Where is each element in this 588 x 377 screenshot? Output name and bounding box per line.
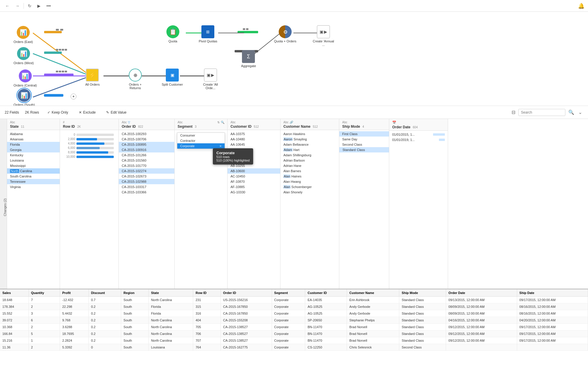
table-row[interactable]: 15.55235.44320.2SouthFlorida316CA-2015-1…: [0, 310, 588, 317]
list-item[interactable]: Adam Shillingsburg: [280, 152, 339, 158]
changes-panel[interactable]: Changes (2): [0, 119, 7, 290]
list-item[interactable]: AF-10885: [228, 184, 280, 190]
list-item[interactable]: AB-10600: [228, 168, 280, 174]
keep-only-button[interactable]: ✓ Keep Only: [45, 109, 71, 116]
forward-button[interactable]: →: [14, 2, 21, 9]
node-all-orders[interactable]: ⚡ All Orders: [85, 69, 100, 86]
list-item[interactable]: Aaron Hawkins: [280, 131, 339, 137]
node-quota[interactable]: 📋 Quota: [166, 25, 179, 43]
list-item[interactable]: CA-2015-100293: [119, 131, 174, 137]
list-item[interactable]: Florida: [7, 142, 60, 147]
list-item[interactable]: CA-2015-100706: [119, 137, 174, 142]
list-item[interactable]: CA-2015-103317: [119, 184, 174, 190]
list-item[interactable]: Tennessee: [7, 179, 60, 184]
search-button[interactable]: 🔍: [567, 108, 575, 116]
list-item[interactable]: CA-2015-102988: [119, 179, 174, 184]
list-item[interactable]: Alan Haines: [280, 174, 339, 179]
node-pivot-quotas[interactable]: ⊞ Pivot Quotas: [199, 25, 217, 43]
table-row[interactable]: 15.21612.28240.2SouthNorth Carolina707CA…: [0, 337, 588, 344]
list-item[interactable]: Louisiana: [7, 158, 60, 163]
list-item[interactable]: Alabama: [7, 131, 60, 137]
segment-corporate-item[interactable]: Corporate ✕: [177, 143, 225, 149]
node-aggregate[interactable]: Σ Aggregate: [241, 50, 256, 68]
table-cell: 15.552: [0, 310, 29, 317]
more-button[interactable]: •••: [45, 2, 53, 9]
list-item[interactable]: Mississippi: [7, 163, 60, 168]
list-item[interactable]: Alan Hwang: [280, 179, 339, 184]
table-cell: AG-10525: [305, 303, 347, 310]
list-item[interactable]: 01/01/2015, 1...: [389, 132, 448, 137]
edit-value-button[interactable]: ✎ Edit Value: [104, 109, 129, 116]
top-toolbar: ← → ↻ ▶ ••• 🔔: [0, 0, 588, 12]
list-item[interactable]: Adrian Hane: [280, 163, 339, 168]
list-item[interactable]: Adrian Bartson: [280, 158, 339, 163]
node-orders-east[interactable]: 📊 Orders (East): [14, 26, 33, 44]
table-row[interactable]: 178.384222.2980.2SouthFlorida315CA-2015-…: [0, 303, 588, 310]
table-row[interactable]: 18.6487-12.4320.7SouthNorth Carolina231U…: [0, 297, 588, 303]
play-button[interactable]: ▶: [36, 2, 42, 9]
list-item[interactable]: Same Day: [339, 137, 389, 142]
search-input[interactable]: [518, 109, 565, 116]
table-row[interactable]: 39.07269.7680.2SouthNorth Carolina404CA-…: [0, 317, 588, 324]
notification-icon[interactable]: 🔔: [578, 3, 584, 9]
back-button[interactable]: ←: [4, 2, 11, 9]
list-item[interactable]: Georgia: [7, 147, 60, 152]
list-item[interactable]: CA-2015-101266: [119, 152, 174, 158]
table-row[interactable]: 11.3625.33920SouthLouisiana764CA-2015-16…: [0, 344, 588, 351]
list-item[interactable]: Virginia: [7, 184, 60, 190]
list-item[interactable]: CA-2015-102274: [119, 168, 174, 174]
refresh-button[interactable]: ↻: [26, 2, 33, 9]
node-split-customer[interactable]: ▣ Split Customer: [162, 69, 183, 86]
list-item[interactable]: Adam Bellavance: [280, 142, 339, 147]
list-item[interactable]: CA-2015-102673: [119, 174, 174, 179]
list-item[interactable]: CA-2015-101560: [119, 158, 174, 163]
node-orders-central[interactable]: 📊 Orders (Central): [14, 69, 37, 87]
col-type: Abc: [10, 121, 57, 124]
expand-button[interactable]: +: [71, 94, 76, 99]
col-body-segment: Consumer Contractor Corporate ✕ Corporat…: [175, 130, 227, 289]
list-item[interactable]: Alan Shonely: [280, 190, 339, 195]
node-orders-west[interactable]: 📊 Orders (West): [14, 47, 34, 65]
list-item[interactable]: 01/01/2019, 1...: [389, 137, 448, 142]
list-item[interactable]: AA-10375: [228, 131, 280, 137]
list-item[interactable]: AC-10450: [228, 174, 280, 179]
list-item[interactable]: Second Class: [339, 142, 389, 147]
view-toggle-button[interactable]: ⊟: [510, 108, 517, 116]
list-item[interactable]: AA-10480: [228, 137, 280, 142]
list-item[interactable]: CA-2015-100895: [119, 142, 174, 147]
col-body-customername: Aaron Hawkins Aaron Smayling Adam Bellav…: [280, 130, 339, 289]
segment-contractor-item[interactable]: Contractor: [177, 138, 225, 143]
node-orders-returns[interactable]: ⊕ Orders + Returns: [123, 69, 147, 90]
table-row[interactable]: 10.36823.62880.2SouthNorth Carolina705CA…: [0, 324, 588, 331]
list-item[interactable]: CA-2015-100916: [119, 147, 174, 152]
exclude-button[interactable]: ✕ Exclude: [76, 109, 98, 116]
list-item[interactable]: AG-10330: [228, 190, 280, 195]
node-create-all-orders[interactable]: ▣ ▶ Create 'All Orde...: [199, 69, 222, 90]
table-cell: Second Class: [399, 344, 446, 351]
list-item[interactable]: First Class: [339, 131, 389, 137]
sort-icon[interactable]: ⇅: [217, 121, 220, 124]
list-item[interactable]: Aaron Smayling: [280, 137, 339, 142]
table-cell: South: [121, 303, 149, 310]
segment-consumer-item[interactable]: Consumer: [177, 133, 225, 138]
list-item[interactable]: North Carolina: [7, 168, 60, 174]
expand-view-button[interactable]: ⌄: [577, 108, 583, 116]
list-item[interactable]: CA-2015-101770: [119, 163, 174, 168]
node-quota-orders[interactable]: ⊙ Quota + Orders: [274, 25, 296, 43]
list-item[interactable]: Adam Hart: [280, 147, 339, 152]
list-item[interactable]: Alan Schoenberger: [280, 184, 339, 190]
list-item[interactable]: Kentucky: [7, 152, 60, 158]
table-cell: 2: [29, 303, 60, 310]
list-item[interactable]: Alan Barnes: [280, 168, 339, 174]
list-item[interactable]: Standard Class: [339, 147, 389, 152]
node-orders-south[interactable]: 📊 Orders (South): [14, 89, 35, 106]
table-cell: 2.2824: [60, 337, 88, 344]
node-create-annual[interactable]: ▣ ▶ Create 'Annual ...: [312, 25, 335, 46]
list-item[interactable]: Arkansas: [7, 137, 60, 142]
list-item[interactable]: AA-10645: [228, 142, 280, 147]
filter-search-icon[interactable]: 🔍: [221, 121, 224, 124]
table-row[interactable]: 166.84518.76950.2SouthNorth Carolina706C…: [0, 331, 588, 337]
list-item[interactable]: South Carolina: [7, 174, 60, 179]
list-item[interactable]: CA-2015-103366: [119, 190, 174, 195]
list-item[interactable]: AF-10870: [228, 179, 280, 184]
